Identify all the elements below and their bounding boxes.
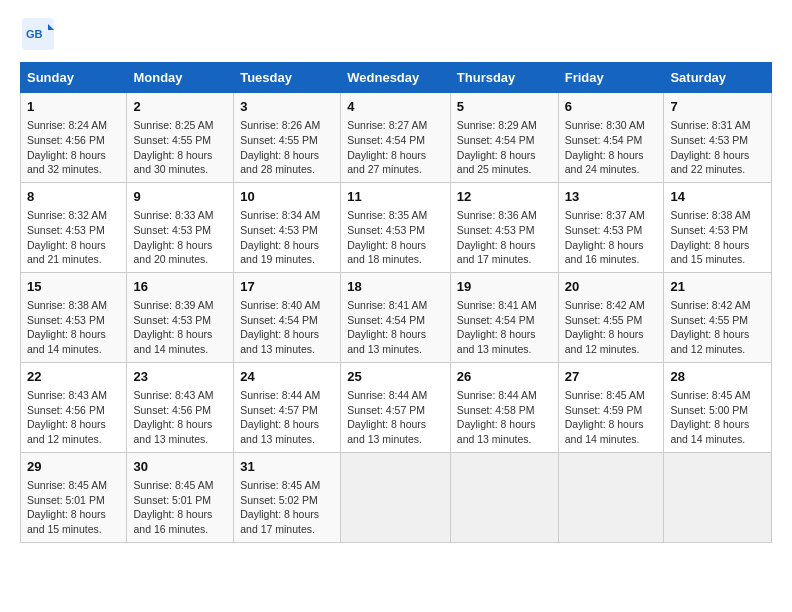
day-number: 6: [565, 98, 658, 116]
cell-info: Sunrise: 8:40 AMSunset: 4:54 PMDaylight:…: [240, 299, 320, 355]
calendar-week: 15Sunrise: 8:38 AMSunset: 4:53 PMDayligh…: [21, 272, 772, 362]
calendar-cell: 3Sunrise: 8:26 AMSunset: 4:55 PMDaylight…: [234, 93, 341, 183]
calendar-cell: 27Sunrise: 8:45 AMSunset: 4:59 PMDayligh…: [558, 362, 664, 452]
cell-info: Sunrise: 8:31 AMSunset: 4:53 PMDaylight:…: [670, 119, 750, 175]
calendar-cell: 19Sunrise: 8:41 AMSunset: 4:54 PMDayligh…: [450, 272, 558, 362]
cell-info: Sunrise: 8:44 AMSunset: 4:57 PMDaylight:…: [347, 389, 427, 445]
calendar-cell: 21Sunrise: 8:42 AMSunset: 4:55 PMDayligh…: [664, 272, 772, 362]
calendar-cell: 17Sunrise: 8:40 AMSunset: 4:54 PMDayligh…: [234, 272, 341, 362]
calendar-cell: 9Sunrise: 8:33 AMSunset: 4:53 PMDaylight…: [127, 182, 234, 272]
day-number: 15: [27, 278, 120, 296]
day-number: 9: [133, 188, 227, 206]
cell-info: Sunrise: 8:41 AMSunset: 4:54 PMDaylight:…: [347, 299, 427, 355]
day-number: 7: [670, 98, 765, 116]
day-number: 2: [133, 98, 227, 116]
cell-info: Sunrise: 8:42 AMSunset: 4:55 PMDaylight:…: [670, 299, 750, 355]
calendar-table: SundayMondayTuesdayWednesdayThursdayFrid…: [20, 62, 772, 543]
logo: GB: [20, 16, 62, 52]
cell-info: Sunrise: 8:30 AMSunset: 4:54 PMDaylight:…: [565, 119, 645, 175]
calendar-cell: 16Sunrise: 8:39 AMSunset: 4:53 PMDayligh…: [127, 272, 234, 362]
day-number: 5: [457, 98, 552, 116]
day-number: 10: [240, 188, 334, 206]
cell-info: Sunrise: 8:42 AMSunset: 4:55 PMDaylight:…: [565, 299, 645, 355]
day-number: 18: [347, 278, 444, 296]
day-number: 24: [240, 368, 334, 386]
calendar-cell: 5Sunrise: 8:29 AMSunset: 4:54 PMDaylight…: [450, 93, 558, 183]
cell-info: Sunrise: 8:24 AMSunset: 4:56 PMDaylight:…: [27, 119, 107, 175]
calendar-cell: [450, 452, 558, 542]
day-number: 20: [565, 278, 658, 296]
day-number: 3: [240, 98, 334, 116]
calendar-cell: 4Sunrise: 8:27 AMSunset: 4:54 PMDaylight…: [341, 93, 451, 183]
day-number: 26: [457, 368, 552, 386]
day-number: 12: [457, 188, 552, 206]
day-number: 16: [133, 278, 227, 296]
header: GB: [20, 16, 772, 52]
calendar-cell: 10Sunrise: 8:34 AMSunset: 4:53 PMDayligh…: [234, 182, 341, 272]
day-number: 29: [27, 458, 120, 476]
cell-info: Sunrise: 8:33 AMSunset: 4:53 PMDaylight:…: [133, 209, 213, 265]
day-number: 25: [347, 368, 444, 386]
calendar-cell: 31Sunrise: 8:45 AMSunset: 5:02 PMDayligh…: [234, 452, 341, 542]
cell-info: Sunrise: 8:44 AMSunset: 4:58 PMDaylight:…: [457, 389, 537, 445]
day-number: 30: [133, 458, 227, 476]
calendar-cell: [341, 452, 451, 542]
cell-info: Sunrise: 8:34 AMSunset: 4:53 PMDaylight:…: [240, 209, 320, 265]
day-number: 1: [27, 98, 120, 116]
header-day: Monday: [127, 63, 234, 93]
calendar-week: 22Sunrise: 8:43 AMSunset: 4:56 PMDayligh…: [21, 362, 772, 452]
calendar-body: 1Sunrise: 8:24 AMSunset: 4:56 PMDaylight…: [21, 93, 772, 543]
day-number: 27: [565, 368, 658, 386]
calendar-cell: 1Sunrise: 8:24 AMSunset: 4:56 PMDaylight…: [21, 93, 127, 183]
header-day: Thursday: [450, 63, 558, 93]
calendar-cell: 30Sunrise: 8:45 AMSunset: 5:01 PMDayligh…: [127, 452, 234, 542]
day-number: 31: [240, 458, 334, 476]
cell-info: Sunrise: 8:25 AMSunset: 4:55 PMDaylight:…: [133, 119, 213, 175]
header-day: Saturday: [664, 63, 772, 93]
day-number: 4: [347, 98, 444, 116]
header-row: SundayMondayTuesdayWednesdayThursdayFrid…: [21, 63, 772, 93]
cell-info: Sunrise: 8:45 AMSunset: 5:01 PMDaylight:…: [133, 479, 213, 535]
calendar-header: SundayMondayTuesdayWednesdayThursdayFrid…: [21, 63, 772, 93]
calendar-cell: 12Sunrise: 8:36 AMSunset: 4:53 PMDayligh…: [450, 182, 558, 272]
day-number: 22: [27, 368, 120, 386]
calendar-cell: 2Sunrise: 8:25 AMSunset: 4:55 PMDaylight…: [127, 93, 234, 183]
calendar-cell: 25Sunrise: 8:44 AMSunset: 4:57 PMDayligh…: [341, 362, 451, 452]
calendar-cell: 11Sunrise: 8:35 AMSunset: 4:53 PMDayligh…: [341, 182, 451, 272]
cell-info: Sunrise: 8:43 AMSunset: 4:56 PMDaylight:…: [133, 389, 213, 445]
day-number: 17: [240, 278, 334, 296]
header-day: Tuesday: [234, 63, 341, 93]
header-day: Wednesday: [341, 63, 451, 93]
calendar-cell: 14Sunrise: 8:38 AMSunset: 4:53 PMDayligh…: [664, 182, 772, 272]
cell-info: Sunrise: 8:45 AMSunset: 5:02 PMDaylight:…: [240, 479, 320, 535]
day-number: 11: [347, 188, 444, 206]
calendar-cell: 28Sunrise: 8:45 AMSunset: 5:00 PMDayligh…: [664, 362, 772, 452]
cell-info: Sunrise: 8:37 AMSunset: 4:53 PMDaylight:…: [565, 209, 645, 265]
cell-info: Sunrise: 8:38 AMSunset: 4:53 PMDaylight:…: [670, 209, 750, 265]
day-number: 21: [670, 278, 765, 296]
header-day: Sunday: [21, 63, 127, 93]
cell-info: Sunrise: 8:27 AMSunset: 4:54 PMDaylight:…: [347, 119, 427, 175]
calendar-cell: 23Sunrise: 8:43 AMSunset: 4:56 PMDayligh…: [127, 362, 234, 452]
calendar-cell: 13Sunrise: 8:37 AMSunset: 4:53 PMDayligh…: [558, 182, 664, 272]
calendar-cell: 29Sunrise: 8:45 AMSunset: 5:01 PMDayligh…: [21, 452, 127, 542]
svg-text:GB: GB: [26, 28, 43, 40]
day-number: 23: [133, 368, 227, 386]
calendar-cell: [558, 452, 664, 542]
cell-info: Sunrise: 8:38 AMSunset: 4:53 PMDaylight:…: [27, 299, 107, 355]
cell-info: Sunrise: 8:41 AMSunset: 4:54 PMDaylight:…: [457, 299, 537, 355]
header-day: Friday: [558, 63, 664, 93]
logo-icon: GB: [20, 16, 56, 52]
cell-info: Sunrise: 8:45 AMSunset: 4:59 PMDaylight:…: [565, 389, 645, 445]
cell-info: Sunrise: 8:35 AMSunset: 4:53 PMDaylight:…: [347, 209, 427, 265]
cell-info: Sunrise: 8:36 AMSunset: 4:53 PMDaylight:…: [457, 209, 537, 265]
day-number: 14: [670, 188, 765, 206]
calendar-cell: 18Sunrise: 8:41 AMSunset: 4:54 PMDayligh…: [341, 272, 451, 362]
cell-info: Sunrise: 8:26 AMSunset: 4:55 PMDaylight:…: [240, 119, 320, 175]
calendar-week: 29Sunrise: 8:45 AMSunset: 5:01 PMDayligh…: [21, 452, 772, 542]
day-number: 28: [670, 368, 765, 386]
cell-info: Sunrise: 8:39 AMSunset: 4:53 PMDaylight:…: [133, 299, 213, 355]
day-number: 19: [457, 278, 552, 296]
calendar-cell: 6Sunrise: 8:30 AMSunset: 4:54 PMDaylight…: [558, 93, 664, 183]
cell-info: Sunrise: 8:32 AMSunset: 4:53 PMDaylight:…: [27, 209, 107, 265]
